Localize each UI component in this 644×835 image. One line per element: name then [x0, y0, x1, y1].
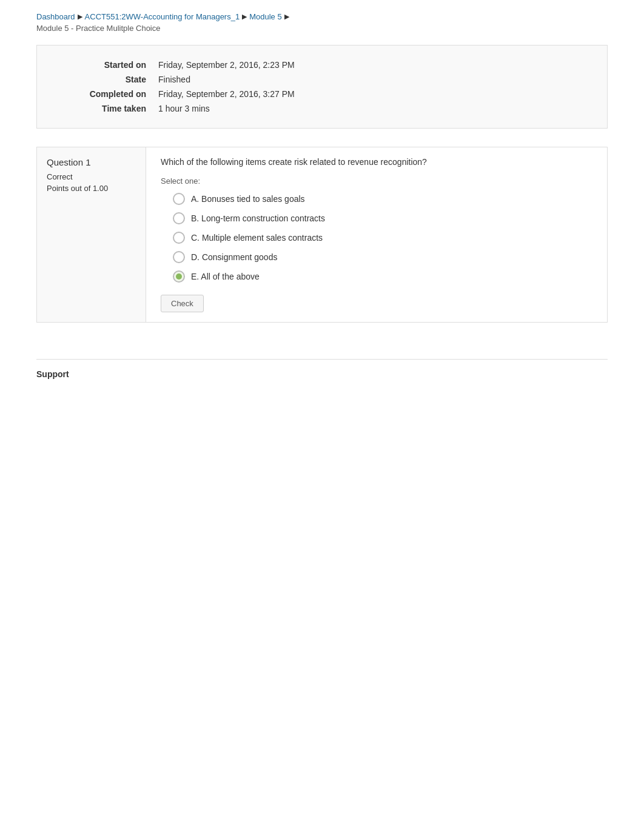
breadcrumb-arrow-1: ▶ [78, 13, 82, 21]
completed-on-value: Friday, September 2, 2016, 3:27 PM [158, 89, 295, 99]
radio-inner-a [176, 196, 182, 202]
breadcrumb-line2: Module 5 - Practice Mulitple Choice [0, 24, 644, 45]
started-on-label: Started on [61, 60, 158, 70]
radio-d[interactable] [173, 251, 185, 263]
radio-inner-c [176, 235, 182, 241]
answer-label-a: A. Bonuses tied to sales goals [191, 194, 305, 204]
question-number: Question 1 [47, 157, 136, 167]
answer-options: A. Bonuses tied to sales goals B. Long-t… [173, 193, 592, 283]
answer-option-e[interactable]: E. All of the above [173, 270, 592, 283]
radio-inner-d [176, 254, 182, 260]
question-text: Which of the following items create risk… [161, 157, 592, 167]
question-container: Question 1 Correct Points out of 1.00 Wh… [36, 147, 608, 323]
question-status: Correct [47, 172, 136, 181]
quiz-content: Question 1 Correct Points out of 1.00 Wh… [36, 147, 608, 323]
summary-row-started: Started on Friday, September 2, 2016, 2:… [61, 58, 583, 72]
radio-c[interactable] [173, 232, 185, 244]
radio-e[interactable] [173, 270, 185, 283]
time-taken-label: Time taken [61, 104, 158, 113]
answer-label-b: B. Long-term construction contracts [191, 213, 325, 223]
answer-option-c[interactable]: C. Multiple element sales contracts [173, 232, 592, 244]
select-one-label: Select one: [161, 176, 592, 186]
breadcrumb-course[interactable]: ACCT551:2WW-Accounting for Managers_1 [85, 12, 240, 21]
summary-row-completed: Completed on Friday, September 2, 2016, … [61, 87, 583, 101]
radio-inner-e [176, 273, 182, 280]
started-on-value: Friday, September 2, 2016, 2:23 PM [158, 60, 295, 70]
question-points: Points out of 1.00 [47, 184, 136, 193]
question-sidebar: Question 1 Correct Points out of 1.00 [37, 147, 146, 322]
radio-a[interactable] [173, 193, 185, 205]
breadcrumb-dashboard[interactable]: Dashboard [36, 12, 75, 21]
state-value: Finished [158, 75, 190, 84]
question-number-prefix: Question [47, 157, 83, 167]
breadcrumb-module[interactable]: Module 5 [249, 12, 281, 21]
question-body: Which of the following items create risk… [146, 147, 607, 322]
question-number-value: 1 [86, 157, 90, 167]
state-label: State [61, 75, 158, 84]
breadcrumb: Dashboard ▶ ACCT551:2WW-Accounting for M… [0, 0, 644, 24]
answer-option-d[interactable]: D. Consignment goods [173, 251, 592, 263]
answer-label-e: E. All of the above [191, 272, 260, 281]
answer-label-d: D. Consignment goods [191, 252, 277, 262]
answer-label-c: C. Multiple element sales contracts [191, 233, 323, 243]
time-taken-value: 1 hour 3 mins [158, 104, 210, 113]
summary-table: Started on Friday, September 2, 2016, 2:… [36, 45, 608, 129]
radio-b[interactable] [173, 212, 185, 224]
radio-inner-b [176, 215, 182, 221]
summary-row-time: Time taken 1 hour 3 mins [61, 101, 583, 116]
summary-row-state: State Finished [61, 72, 583, 87]
breadcrumb-arrow-2: ▶ [242, 13, 247, 21]
check-button[interactable]: Check [161, 295, 204, 312]
answer-option-b[interactable]: B. Long-term construction contracts [173, 212, 592, 224]
breadcrumb-arrow-3: ▶ [284, 13, 289, 21]
footer-support-label: Support [36, 369, 69, 379]
answer-option-a[interactable]: A. Bonuses tied to sales goals [173, 193, 592, 205]
footer: Support [36, 359, 608, 379]
completed-on-label: Completed on [61, 89, 158, 99]
